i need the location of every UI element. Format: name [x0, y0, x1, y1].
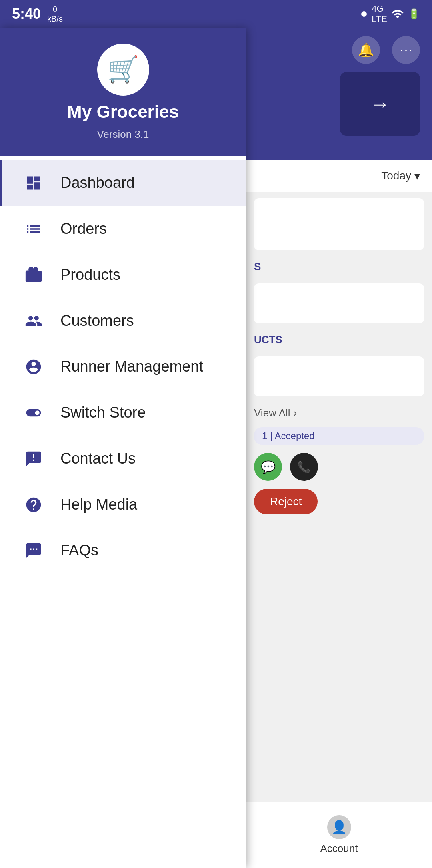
customers-label: Customers	[60, 312, 134, 329]
app-version: Version 3.1	[97, 128, 149, 141]
drawer-menu: Dashboard Orders Products	[0, 156, 246, 868]
products-label: Products	[60, 266, 120, 283]
status-bar: 5:40 0 kB/s 4GLTE 🔋	[0, 0, 432, 28]
faqs-label: FAQs	[60, 542, 98, 559]
sidebar-item-dashboard[interactable]: Dashboard	[0, 160, 246, 206]
data-unit: kB/s	[47, 14, 63, 24]
sidebar-item-products[interactable]: Products	[0, 252, 246, 298]
drawer-header: 🛒 My Groceries Version 3.1	[0, 28, 246, 156]
status-right: 4GLTE 🔋	[361, 4, 420, 24]
sidebar-item-help-media[interactable]: Help Media	[0, 482, 246, 528]
status-data: 0 kB/s	[47, 4, 63, 24]
toggle-icon	[22, 402, 44, 424]
app-logo: 🛒	[97, 44, 149, 96]
sidebar-item-runner-management[interactable]: Runner Management	[0, 344, 246, 390]
network-icons: 4GLTE 🔋	[372, 4, 420, 24]
4g-lte-icon: 4GLTE	[372, 4, 387, 24]
sidebar-item-faqs[interactable]: FAQs	[0, 528, 246, 573]
app-name: My Groceries	[67, 102, 179, 122]
runner-management-label: Runner Management	[60, 358, 203, 375]
runner-icon	[22, 356, 44, 378]
signal-bars-icon	[391, 8, 404, 20]
switch-store-label: Switch Store	[60, 404, 146, 421]
data-speed: 0	[47, 4, 63, 14]
sidebar-item-orders[interactable]: Orders	[0, 206, 246, 252]
status-left: 5:40 0 kB/s	[12, 4, 63, 24]
sidebar-item-contact-us[interactable]: Contact Us	[0, 436, 246, 482]
faqs-icon	[22, 540, 44, 561]
contact-icon	[22, 448, 44, 470]
sidebar-item-switch-store[interactable]: Switch Store	[0, 390, 246, 436]
status-time: 5:40	[12, 6, 41, 22]
dashboard-icon	[22, 172, 44, 194]
dashboard-label: Dashboard	[60, 174, 135, 191]
signal-dot-icon	[361, 11, 367, 17]
customers-icon	[22, 310, 44, 332]
orders-label: Orders	[60, 220, 107, 237]
cart-icon: 🛒	[107, 54, 139, 84]
products-icon	[22, 264, 44, 286]
battery-icon: 🔋	[408, 8, 420, 20]
sidebar-item-customers[interactable]: Customers	[0, 298, 246, 344]
orders-icon	[22, 218, 44, 240]
contact-us-label: Contact Us	[60, 450, 136, 467]
drawer-overlay: 🛒 My Groceries Version 3.1 Dashboard Ord…	[0, 28, 432, 868]
drawer: 🛒 My Groceries Version 3.1 Dashboard Ord…	[0, 28, 246, 868]
help-icon	[22, 494, 44, 516]
help-media-label: Help Media	[60, 496, 137, 513]
